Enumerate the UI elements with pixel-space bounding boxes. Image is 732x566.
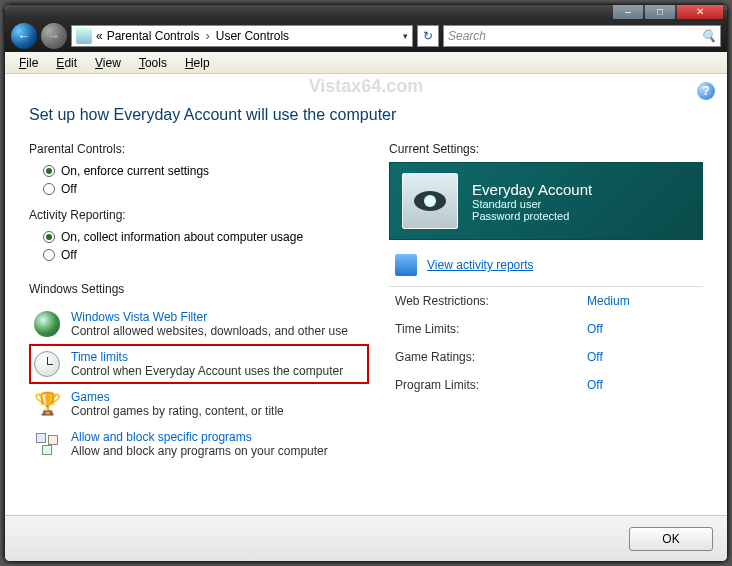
parental-on-label: On, enforce current settings bbox=[61, 164, 209, 178]
radio-icon bbox=[43, 249, 55, 261]
avatar bbox=[402, 173, 458, 229]
control-panel-icon bbox=[76, 28, 92, 44]
ws-time-desc: Control when Everyday Account uses the c… bbox=[71, 364, 343, 378]
clock-icon bbox=[33, 350, 61, 378]
breadcrumb-dropdown[interactable]: ▾ bbox=[403, 31, 408, 41]
row-prog: Program Limits: Off bbox=[389, 371, 703, 399]
menu-file-label: ile bbox=[26, 56, 38, 70]
row-time-value[interactable]: Off bbox=[587, 322, 697, 336]
account-type: Standard user bbox=[472, 198, 592, 210]
right-column: Current Settings: Everyday Account Stand… bbox=[389, 142, 703, 464]
parental-on-option[interactable]: On, enforce current settings bbox=[29, 162, 369, 180]
ws-prog-desc: Allow and block any programs on your com… bbox=[71, 444, 328, 458]
back-button[interactable]: ← bbox=[11, 23, 37, 49]
activity-off-label: Off bbox=[61, 248, 77, 262]
breadcrumb-item-user[interactable]: User Controls bbox=[216, 29, 289, 43]
breadcrumb-separator bbox=[203, 28, 211, 43]
activity-on-option[interactable]: On, collect information about computer u… bbox=[29, 228, 369, 246]
breadcrumb-root-sep: « bbox=[96, 29, 103, 43]
close-button[interactable]: ✕ bbox=[677, 4, 723, 20]
globe-icon bbox=[33, 310, 61, 338]
search-icon[interactable]: 🔍 bbox=[701, 29, 716, 43]
window: – □ ✕ ← → « Parental Controls User Contr… bbox=[4, 4, 728, 562]
ws-web-desc: Control allowed websites, downloads, and… bbox=[71, 324, 348, 338]
row-web: Web Restrictions: Medium bbox=[389, 287, 703, 315]
activity-reports-row: View activity reports bbox=[389, 240, 703, 286]
navbar: ← → « Parental Controls User Controls ▾ … bbox=[5, 19, 727, 52]
menu-help-label: elp bbox=[194, 56, 210, 70]
account-card: Everyday Account Standard user Password … bbox=[389, 162, 703, 240]
breadcrumb[interactable]: « Parental Controls User Controls ▾ bbox=[71, 25, 413, 47]
footer: OK bbox=[5, 515, 727, 561]
ws-time-title: Time limits bbox=[71, 350, 343, 364]
blocks-icon bbox=[33, 430, 61, 458]
ws-games-title: Games bbox=[71, 390, 284, 404]
breadcrumb-item-parental[interactable]: Parental Controls bbox=[107, 29, 200, 43]
current-settings-heading: Current Settings: bbox=[389, 142, 703, 156]
ws-prog-title: Allow and block specific programs bbox=[71, 430, 328, 444]
menu-file[interactable]: File bbox=[11, 54, 46, 72]
parental-off-option[interactable]: Off bbox=[29, 180, 369, 198]
menu-tools-label: ools bbox=[145, 56, 167, 70]
menu-help[interactable]: Help bbox=[177, 54, 218, 72]
titlebar: – □ ✕ bbox=[5, 5, 727, 19]
row-web-value[interactable]: Medium bbox=[587, 294, 697, 308]
avatar-icon bbox=[410, 181, 450, 221]
svg-point-1 bbox=[424, 195, 436, 207]
search-placeholder: Search bbox=[448, 29, 486, 43]
ws-games-desc: Control games by rating, content, or tit… bbox=[71, 404, 284, 418]
radio-icon bbox=[43, 183, 55, 195]
menu-view[interactable]: View bbox=[87, 54, 129, 72]
maximize-button[interactable]: □ bbox=[645, 4, 675, 20]
radio-selected-icon bbox=[43, 231, 55, 243]
row-prog-key: Program Limits: bbox=[395, 378, 587, 392]
row-time: Time Limits: Off bbox=[389, 315, 703, 343]
ws-time-limits[interactable]: Time limits Control when Everyday Accoun… bbox=[29, 344, 369, 384]
parental-off-label: Off bbox=[61, 182, 77, 196]
ws-games[interactable]: 🏆 Games Control games by rating, content… bbox=[29, 384, 369, 424]
menubar: File Edit View Tools Help bbox=[5, 52, 727, 74]
menu-tools[interactable]: Tools bbox=[131, 54, 175, 72]
minimize-button[interactable]: – bbox=[613, 4, 643, 20]
windows-settings-heading: Windows Settings bbox=[29, 282, 369, 296]
ws-programs[interactable]: Allow and block specific programs Allow … bbox=[29, 424, 369, 464]
trophy-icon: 🏆 bbox=[33, 390, 61, 418]
account-name: Everyday Account bbox=[472, 181, 592, 198]
ws-web-filter[interactable]: Windows Vista Web Filter Control allowed… bbox=[29, 304, 369, 344]
forward-button[interactable]: → bbox=[41, 23, 67, 49]
menu-view-label: iew bbox=[103, 56, 121, 70]
activity-off-option[interactable]: Off bbox=[29, 246, 369, 264]
search-input[interactable]: Search 🔍 bbox=[443, 25, 721, 47]
content: Vistax64.com ? Set up how Everyday Accou… bbox=[5, 74, 727, 515]
view-activity-link[interactable]: View activity reports bbox=[427, 258, 533, 272]
radio-selected-icon bbox=[43, 165, 55, 177]
row-web-key: Web Restrictions: bbox=[395, 294, 587, 308]
left-column: Parental Controls: On, enforce current s… bbox=[29, 142, 369, 464]
row-game-value[interactable]: Off bbox=[587, 350, 697, 364]
row-prog-value[interactable]: Off bbox=[587, 378, 697, 392]
account-password: Password protected bbox=[472, 210, 592, 222]
page-title: Set up how Everyday Account will use the… bbox=[29, 106, 703, 124]
watermark: Vistax64.com bbox=[5, 76, 727, 97]
settings-table: Web Restrictions: Medium Time Limits: Of… bbox=[389, 286, 703, 399]
activity-on-label: On, collect information about computer u… bbox=[61, 230, 303, 244]
row-game: Game Ratings: Off bbox=[389, 343, 703, 371]
help-icon[interactable]: ? bbox=[697, 82, 715, 100]
refresh-button[interactable]: ↻ bbox=[417, 25, 439, 47]
menu-edit[interactable]: Edit bbox=[48, 54, 85, 72]
menu-edit-label: dit bbox=[64, 56, 77, 70]
row-game-key: Game Ratings: bbox=[395, 350, 587, 364]
parental-heading: Parental Controls: bbox=[29, 142, 369, 156]
row-time-key: Time Limits: bbox=[395, 322, 587, 336]
activity-heading: Activity Reporting: bbox=[29, 208, 369, 222]
ok-button[interactable]: OK bbox=[629, 527, 713, 551]
report-icon bbox=[395, 254, 417, 276]
ws-web-title: Windows Vista Web Filter bbox=[71, 310, 348, 324]
